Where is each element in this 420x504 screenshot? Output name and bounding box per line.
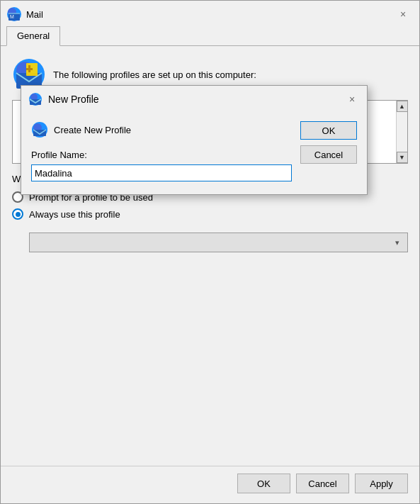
scrollbar-down-button[interactable]: ▼ — [397, 152, 408, 163]
profile-name-label: Profile Name: — [31, 150, 292, 160]
dialog-section-title: Create New Profile — [54, 125, 131, 135]
dialog-section-header: Create New Profile — [31, 121, 292, 138]
radio-always[interactable]: Always use this profile — [12, 208, 408, 220]
title-bar-left: M Mail — [6, 6, 43, 22]
window-close-button[interactable]: × — [395, 6, 411, 22]
dialog-section-icon — [31, 121, 48, 138]
cancel-button[interactable]: Cancel — [296, 474, 349, 493]
dialog-ok-button[interactable]: OK — [300, 121, 357, 140]
profile-header-text: The following profiles are set up on thi… — [53, 69, 256, 80]
dialog-cancel-button[interactable]: Cancel — [300, 145, 357, 164]
svg-text:M: M — [10, 14, 14, 19]
scrollbar-up-button[interactable]: ▲ — [397, 101, 408, 112]
tab-general[interactable]: General — [6, 26, 60, 46]
title-bar: M Mail × — [1, 1, 419, 26]
dropdown-arrow-icon: ▾ — [390, 235, 404, 250]
radio-always-circle[interactable] — [12, 208, 23, 220]
dialog-left: Create New Profile Profile Name: — [31, 121, 292, 181]
svg-rect-10 — [26, 68, 33, 70]
radio-always-label: Always use this profile — [29, 209, 120, 220]
mail-title-icon: M — [6, 6, 22, 22]
ok-button[interactable]: OK — [237, 474, 290, 493]
main-content: The following profiles are set up on thi… — [1, 46, 419, 466]
main-window: M Mail × General The following profiles … — [0, 0, 420, 504]
bottom-buttons: OK Cancel Apply — [1, 466, 419, 503]
new-profile-dialog: New Profile × — [21, 85, 368, 195]
scrollbar[interactable]: ▲ ▼ — [396, 101, 407, 163]
dialog-title-left: New Profile — [28, 92, 99, 106]
radio-group: Prompt for a profile to be used Always u… — [12, 191, 408, 220]
dialog-title-icon — [28, 92, 42, 106]
dialog-body: Create New Profile Profile Name: OK Canc… — [21, 111, 367, 194]
profile-dropdown[interactable]: ▾ — [29, 233, 408, 252]
dialog-title-text: New Profile — [48, 94, 99, 105]
apply-button[interactable]: Apply — [355, 474, 408, 493]
dialog-buttons: OK Cancel — [300, 121, 357, 164]
dialog-row: Create New Profile Profile Name: OK Canc… — [31, 121, 357, 181]
window-title: Mail — [26, 9, 43, 20]
tab-bar: General — [1, 26, 419, 46]
dialog-close-button[interactable]: × — [344, 91, 360, 107]
profile-name-input[interactable] — [31, 164, 292, 181]
dialog-title-bar: New Profile × — [21, 86, 367, 111]
